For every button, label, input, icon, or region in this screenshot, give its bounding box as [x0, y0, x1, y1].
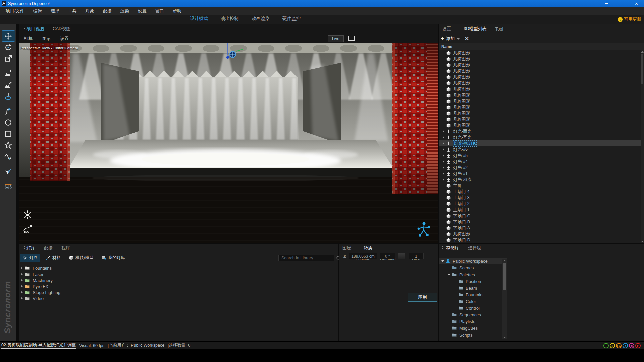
tool-button[interactable]: [2, 42, 15, 53]
model-list-row[interactable]: 灯光-#1: [439, 171, 644, 177]
model-list-row[interactable]: 灯光-#0JTK: [439, 140, 644, 146]
expand-caret-icon[interactable]: [21, 285, 23, 288]
name-column-header[interactable]: Name: [439, 43, 644, 50]
menu-item[interactable]: 帮助: [168, 8, 186, 14]
library-category-button[interactable]: 我的灯库: [99, 254, 127, 262]
rotation-spinner[interactable]: [398, 253, 405, 259]
model-list-row[interactable]: 上场门-2: [439, 201, 644, 207]
library-category-button[interactable]: 模块/模型: [67, 254, 95, 262]
expand-caret-icon[interactable]: [443, 166, 444, 169]
search-input[interactable]: [281, 255, 336, 261]
library-search[interactable]: [278, 255, 334, 261]
status-indicator-icon[interactable]: ▶: [635, 343, 641, 348]
model-list-row[interactable]: 几何图形: [439, 50, 644, 56]
panel-tab[interactable]: 程序: [61, 244, 70, 252]
model-list-row[interactable]: 几何图形: [439, 116, 644, 122]
mode-tab[interactable]: 演出控制: [217, 14, 242, 24]
panel-tab[interactable]: 灯库: [22, 244, 36, 252]
model-list-row[interactable]: 灯光-面光: [439, 128, 644, 134]
model-list-row[interactable]: 几何图形: [439, 122, 644, 128]
model-list-row[interactable]: 下场门-A: [439, 225, 644, 231]
tool-button[interactable]: [2, 181, 15, 191]
panel-tab[interactable]: 图层: [342, 244, 352, 252]
workspace-tree-row[interactable]: Beam: [439, 285, 507, 291]
status-indicator-icon[interactable]: ↓: [603, 343, 609, 348]
menu-item[interactable]: 选择: [46, 8, 64, 14]
viewport-menu-item[interactable]: 相机: [24, 36, 33, 42]
library-category-button[interactable]: 材料: [44, 254, 63, 262]
expand-caret-icon[interactable]: [21, 273, 23, 276]
rotation-input[interactable]: 0 °: [380, 253, 395, 259]
scroll-thumb[interactable]: [503, 263, 506, 290]
model-list-row[interactable]: 几何图形: [439, 56, 644, 62]
delete-icon[interactable]: ✕: [464, 35, 469, 42]
library-folder-row[interactable]: Stage Lighting: [19, 289, 338, 295]
menu-item[interactable]: 对象: [81, 8, 99, 14]
viewport-menu-item[interactable]: 设置: [60, 36, 69, 42]
workspace-tree-row[interactable]: Playlists: [439, 318, 507, 325]
workspace-tree-row[interactable]: Public Workspace: [439, 258, 507, 264]
viewport-tab[interactable]: CAD视图: [52, 25, 71, 33]
model-list-row[interactable]: 几何图形: [439, 110, 644, 116]
model-list-row[interactable]: 几何图形: [439, 62, 644, 68]
model-list-row[interactable]: 几何图形: [439, 68, 644, 74]
library-folder-row[interactable]: Fountains: [19, 265, 338, 271]
model-list-row[interactable]: 几何图形: [439, 92, 644, 98]
expand-caret-icon[interactable]: [443, 154, 444, 157]
mode-tab[interactable]: 硬件监控: [279, 14, 304, 24]
workspace-tree-row[interactable]: Color: [439, 298, 507, 305]
library-folder-row[interactable]: Laser: [19, 271, 338, 277]
panel-tab[interactable]: 存储库: [442, 244, 460, 252]
model-list-row[interactable]: 主屏: [439, 183, 644, 189]
tool-button[interactable]: [2, 91, 15, 102]
render-canvas[interactable]: Perspective View - Editor Camera: [19, 43, 438, 243]
tool-button[interactable]: [2, 53, 15, 64]
add-button[interactable]: 添加: [446, 36, 455, 42]
expand-caret-icon[interactable]: [441, 260, 444, 262]
expand-caret-icon[interactable]: [443, 148, 444, 151]
library-category-button[interactable]: 灯具: [20, 254, 40, 262]
apply-button[interactable]: 应用: [408, 293, 437, 302]
workspace-tree-row[interactable]: Control: [439, 305, 507, 311]
model-list-row[interactable]: 几何图形: [439, 231, 644, 237]
model-list-row[interactable]: 几何图形: [439, 86, 644, 92]
panel-tab[interactable]: 选择组: [468, 244, 481, 252]
workspace-tree-row[interactable]: Sequences: [439, 311, 507, 318]
scroll-up-icon[interactable]: [503, 260, 506, 261]
menu-item[interactable]: 配接: [99, 8, 116, 14]
workspace-tree-row[interactable]: Palettes: [439, 271, 507, 278]
workspace-tree-row[interactable]: Scenes: [439, 264, 507, 271]
scroll-down-icon[interactable]: [641, 241, 644, 242]
fullscreen-monitor-icon[interactable]: [348, 36, 355, 41]
panel-tab[interactable]: Tool: [495, 25, 504, 33]
model-list-row[interactable]: 上场门-1: [439, 207, 644, 213]
model-list-row[interactable]: 上场门-3: [439, 195, 644, 201]
model-list-row[interactable]: 灯光-#4: [439, 159, 644, 165]
live-button[interactable]: Live: [328, 35, 344, 42]
update-available[interactable]: ↓ 可用更新: [618, 16, 641, 22]
tool-button[interactable]: [2, 151, 15, 162]
workspace-scrollbar[interactable]: [502, 259, 507, 339]
expand-caret-icon[interactable]: [21, 291, 23, 294]
scroll-thumb[interactable]: [641, 54, 643, 84]
status-indicator-icon[interactable]: FX: [616, 343, 622, 348]
expand-caret-icon[interactable]: [443, 160, 444, 163]
add-dropdown-caret-icon[interactable]: [457, 38, 460, 40]
workspace-tree-row[interactable]: Scripts: [439, 331, 507, 338]
model-list-row[interactable]: 灯光-耳光: [439, 134, 644, 140]
tool-button[interactable]: [2, 79, 15, 90]
tool-button[interactable]: [2, 106, 15, 116]
maximize-button[interactable]: [614, 0, 629, 7]
expand-caret-icon[interactable]: [21, 279, 23, 282]
status-indicator-icon[interactable]: ●: [623, 343, 628, 348]
model-list-row[interactable]: 下场门-B: [439, 219, 644, 225]
library-folder-row[interactable]: Video: [19, 295, 338, 301]
tool-button[interactable]: [2, 68, 15, 79]
workspace-tree-row[interactable]: Position: [439, 278, 507, 285]
model-list-row[interactable]: 上场门-4: [439, 189, 644, 195]
expand-caret-icon[interactable]: [448, 274, 450, 276]
project-name[interactable]: 02-黄梅戏剧院剧场-导入配接灯光并调整: [1, 342, 76, 349]
menu-item[interactable]: 窗口: [151, 8, 168, 14]
workspace-tree-row[interactable]: MsgCues: [439, 325, 507, 331]
model-list-row[interactable]: 几何图形: [439, 80, 644, 86]
